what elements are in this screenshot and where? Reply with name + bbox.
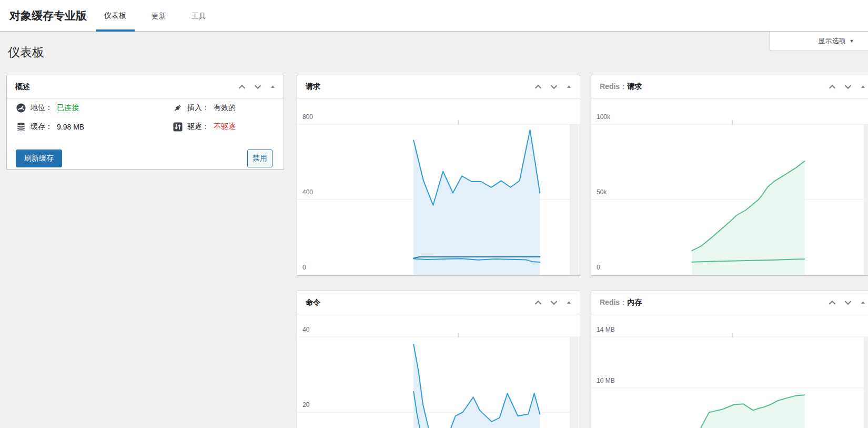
y-axis-label: 40 — [302, 326, 309, 334]
chevron-down-icon: ▼ — [850, 38, 854, 44]
stat-value: 9.98 MB — [57, 123, 84, 131]
screen-options-toggle[interactable]: 显示选项 ▼ — [770, 32, 868, 51]
stat-value: 已连接 — [57, 103, 79, 113]
widget-title: Redis：请求 — [591, 82, 824, 92]
chart-future-region — [570, 337, 580, 428]
move-down-icon[interactable] — [250, 75, 266, 98]
plug-icon — [173, 103, 183, 113]
collapse-toggle-icon[interactable] — [562, 75, 576, 98]
stat-value: 不驱逐 — [214, 122, 236, 132]
y-axis-label: 20 — [302, 401, 309, 409]
sort-icon — [173, 122, 183, 132]
collapse-toggle-icon[interactable] — [856, 291, 868, 314]
widget-commands: 命令 4020 — [297, 291, 580, 428]
chart-canvas — [591, 98, 868, 275]
widget-header: 请求 — [297, 75, 580, 98]
chart-future-region — [864, 337, 868, 428]
page: 对象缓存专业版 仪表板 更新 工具 显示选项 ▼ 仪表板 概述 地位： 已连接 — [0, 0, 868, 428]
move-down-icon[interactable] — [546, 291, 562, 314]
database-icon — [16, 122, 26, 132]
widget-requests: 请求 8004000 — [297, 75, 580, 276]
chart-commands: 4020 — [297, 314, 580, 428]
widget-title: 请求 — [297, 82, 530, 92]
widget-handles — [530, 291, 580, 314]
y-axis-label: 100k — [597, 113, 610, 121]
move-down-icon[interactable] — [840, 291, 856, 314]
chart-canvas — [591, 314, 868, 428]
chart-future-region — [864, 124, 868, 275]
widget-redis-memory: Redis：内存 14 MB10 MB — [591, 291, 868, 428]
widget-title-text: 概述 — [15, 82, 30, 91]
top-bar: 对象缓存专业版 仪表板 更新 工具 — [0, 0, 868, 32]
chart-canvas — [297, 314, 580, 428]
tab-bar: 仪表板 更新 工具 — [96, 0, 215, 32]
stat-label: 地位： — [31, 103, 53, 113]
stat-status: 地位： 已连接 — [16, 102, 79, 114]
tab-dashboard[interactable]: 仪表板 — [96, 0, 135, 32]
disable-button[interactable]: 禁用 — [247, 150, 272, 167]
page-title: 仪表板 — [8, 44, 44, 61]
widget-header: Redis：内存 — [591, 291, 868, 314]
stat-value: 有效的 — [214, 103, 236, 113]
y-axis-label: 50k — [597, 188, 607, 196]
move-down-icon[interactable] — [546, 75, 562, 98]
widget-overview: 概述 地位： 已连接 插入： 有效的 缓存： 9.98 MB — [6, 75, 284, 170]
stat-cache-size: 缓存： 9.98 MB — [16, 121, 84, 133]
widget-title-text: 请求 — [306, 82, 320, 91]
chart-future-region — [570, 124, 580, 275]
series-area — [692, 161, 804, 275]
stat-dropin: 插入： 有效的 — [173, 102, 236, 114]
move-up-icon[interactable] — [530, 291, 546, 314]
widget-title-text: 请求 — [627, 82, 642, 91]
series-area — [701, 395, 804, 428]
widget-redis-requests: Redis：请求 100k50k0 — [591, 75, 868, 276]
widget-title: 概述 — [7, 82, 234, 92]
move-up-icon[interactable] — [530, 75, 546, 98]
move-up-icon[interactable] — [824, 291, 840, 314]
widget-handles — [824, 291, 868, 314]
widget-title-prefix: Redis： — [600, 298, 627, 306]
screen-options-label: 显示选项 — [819, 36, 846, 46]
chart-redis-requests: 100k50k0 — [591, 98, 868, 275]
chart-redis-memory: 14 MB10 MB — [591, 314, 868, 428]
stat-label: 缓存： — [31, 122, 53, 132]
tab-updates[interactable]: 更新 — [143, 0, 175, 32]
widget-header: Redis：请求 — [591, 75, 868, 98]
widget-header: 概述 — [7, 75, 284, 98]
widget-header: 命令 — [297, 291, 580, 314]
flush-cache-button[interactable]: 刷新缓存 — [16, 150, 62, 167]
chart-canvas — [297, 98, 580, 275]
y-axis-label: 0 — [597, 264, 600, 272]
widget-title-text: 命令 — [306, 298, 320, 306]
widget-handles — [530, 75, 580, 98]
y-axis-label: 14 MB — [597, 326, 615, 334]
widget-title-prefix: Redis： — [600, 82, 627, 91]
collapse-toggle-icon[interactable] — [562, 291, 576, 314]
stat-label: 插入： — [187, 103, 209, 113]
gauge-icon — [16, 103, 26, 113]
stat-label: 驱逐： — [187, 122, 209, 132]
collapse-toggle-icon[interactable] — [266, 75, 279, 98]
y-axis-label: 800 — [302, 113, 313, 121]
chart-requests: 8004000 — [297, 98, 580, 275]
tab-tools[interactable]: 工具 — [183, 0, 215, 32]
overview-body: 地位： 已连接 插入： 有效的 缓存： 9.98 MB 驱逐： 不驱逐 刷新缓存… — [7, 98, 284, 168]
move-up-icon[interactable] — [824, 75, 840, 98]
widget-title-text: 内存 — [627, 298, 642, 306]
y-axis-label: 400 — [302, 188, 313, 196]
y-axis-label: 10 MB — [597, 377, 615, 385]
move-down-icon[interactable] — [840, 75, 856, 98]
widget-title: 命令 — [297, 298, 530, 307]
y-axis-label: 0 — [302, 264, 306, 272]
app-title: 对象缓存专业版 — [9, 0, 87, 31]
stat-evictions: 驱逐： 不驱逐 — [173, 121, 236, 133]
widget-handles — [234, 75, 284, 98]
widget-handles — [824, 75, 868, 98]
move-up-icon[interactable] — [234, 75, 250, 98]
collapse-toggle-icon[interactable] — [856, 75, 868, 98]
widget-title: Redis：内存 — [591, 298, 824, 307]
